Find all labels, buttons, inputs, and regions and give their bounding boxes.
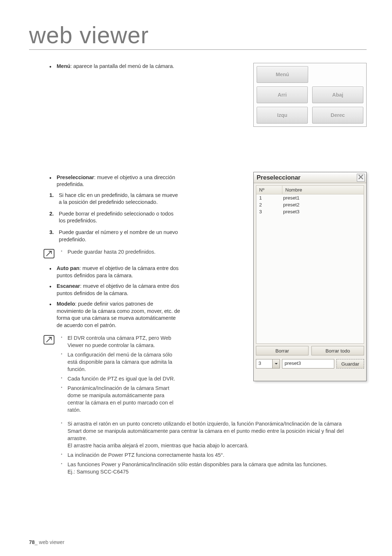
camera-control-panel: Menú Arri Abaj Izqu Derec — [253, 63, 367, 127]
table-row[interactable]: 2 preset2 — [256, 202, 364, 209]
row-name: preset3 — [282, 209, 364, 216]
bullet-escanear-label: Escanear — [57, 283, 80, 289]
right-column: Menú Arri Abaj Izqu Derec — [253, 63, 367, 127]
bullet-preselect-label: Preseleccionar — [57, 174, 94, 180]
row-no: 2 — [256, 202, 282, 209]
bullet-autopan: Auto pan: mueve el objetivo de la cámara… — [49, 265, 181, 279]
note-wide-2: La inclinación de Power PTZ funciona cor… — [61, 451, 356, 459]
dialog-title: Preseleccionar — [257, 174, 301, 181]
bullet-menu-label: Menú — [57, 63, 70, 69]
row-name: preset2 — [282, 202, 364, 209]
bullet-escanear: Escanear: mueve el objetivo de la cámara… — [49, 283, 181, 297]
note-ptz: El DVR controla una cámara PTZ, pero Web… — [29, 334, 181, 416]
left-column: Menú: aparece la pantalla del menú de la… — [29, 63, 181, 416]
note-wide-1-sub: El arrastre hacia arriba alejará el zoom… — [68, 442, 356, 449]
preset-dialog: Preseleccionar Nº Nombre 1 preset1 — [253, 172, 367, 381]
note-ptz-1: El DVR controla una cámara PTZ, pero Web… — [61, 334, 181, 349]
note-wide-1-main: Si arrastra el ratón en un punto concret… — [68, 421, 344, 441]
step-3: Puede guardar el número y el nombre de u… — [49, 229, 181, 243]
row-no: 1 — [256, 195, 282, 202]
bullet-modelo: Modelo: puede definir varios patrones de… — [49, 301, 181, 329]
up-button[interactable]: Arri — [257, 86, 308, 103]
bullet-menu: Menú: aparece la pantalla del menú de la… — [49, 63, 181, 70]
preset-number-value: 3 — [256, 359, 273, 368]
row-no: 3 — [256, 209, 282, 216]
col-name: Nombre — [282, 186, 364, 194]
preset-list-header: Nº Nombre — [256, 186, 364, 194]
note-wide-3-sub: Ej.: Samsung SCC-C6475 — [68, 468, 356, 475]
row-name: preset1 — [282, 195, 364, 202]
left-button[interactable]: Izqu — [257, 107, 308, 124]
note-wide-3-main: Las funciones Power y Panorámica/Inclina… — [68, 462, 327, 467]
close-icon — [358, 174, 364, 181]
preset-list[interactable]: Nº Nombre 1 preset1 2 preset2 3 preset3 — [256, 185, 364, 344]
note-wide-1: Si arrastra el ratón en un punto concret… — [61, 420, 356, 449]
right-button[interactable]: Derec — [312, 107, 363, 124]
note-ptz-3: Cada función de PTZ es igual que la del … — [61, 375, 181, 382]
note-ptz-2: La configuración del menú de la cámara s… — [61, 351, 181, 373]
table-row[interactable]: 1 preset1 — [256, 195, 364, 202]
bullet-menu-desc: : aparece la pantalla del menú de la cám… — [70, 63, 174, 69]
step-1: Si hace clic en un predefinido, la cámar… — [49, 192, 181, 206]
delete-button[interactable]: Borrar — [256, 346, 309, 355]
bullet-preselect: Preseleccionar: mueve el objetivo a una … — [49, 174, 181, 188]
note-icon — [44, 335, 54, 345]
bullet-modelo-label: Modelo — [57, 301, 75, 307]
preset-list-rows: 1 preset1 2 preset2 3 preset3 — [256, 194, 364, 217]
preset-number-select[interactable]: 3 — [256, 359, 280, 368]
close-button[interactable] — [357, 174, 365, 182]
menu-button[interactable]: Menú — [257, 66, 308, 83]
page-section: web viewer — [39, 539, 64, 545]
delete-all-button[interactable]: Borrar todo — [311, 346, 364, 355]
bullet-modelo-desc: : puede definir varios patrones de movim… — [57, 301, 180, 328]
page-footer: 78_ web viewer — [29, 539, 64, 545]
note-preset-limit: Puede guardar hasta 20 predefinidos. — [29, 248, 181, 258]
select-arrow[interactable] — [273, 359, 280, 368]
col-number: Nº — [256, 186, 282, 194]
step-2: Puede borrar el predefinido seleccionado… — [49, 210, 181, 225]
save-button[interactable]: Guardar — [336, 359, 364, 368]
note-ptz-wide: Si arrastra el ratón en un punto concret… — [29, 420, 356, 478]
note-icon — [44, 249, 54, 258]
note-ptz-4: Panorámica/Inclinación de la cámara Smar… — [61, 384, 181, 414]
preset-name-input[interactable]: preset3 — [282, 359, 334, 368]
page-title: web viewer — [29, 22, 367, 50]
table-row[interactable]: 3 preset3 — [256, 209, 364, 216]
dialog-titlebar: Preseleccionar — [254, 172, 366, 183]
chevron-down-icon — [274, 360, 278, 367]
bullet-autopan-label: Auto pan — [57, 265, 79, 271]
page-number: 78 — [29, 539, 35, 545]
note-wide-3: Las funciones Power y Panorámica/Inclina… — [61, 461, 356, 475]
down-button[interactable]: Abaj — [312, 86, 363, 103]
note-preset-limit-text: Puede guardar hasta 20 predefinidos. — [61, 248, 181, 255]
